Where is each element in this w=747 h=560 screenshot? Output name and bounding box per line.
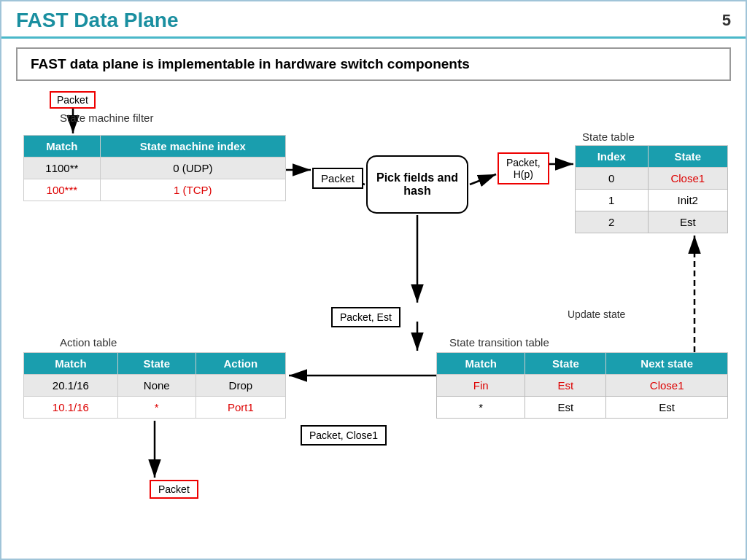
slide-number: 5 (722, 11, 731, 30)
table-row: 1100** 0 (UDP) (24, 158, 286, 179)
main-heading: FAST data plane is implementable in hard… (16, 47, 731, 81)
smf-match-1: 1100** (24, 158, 101, 179)
table-row: Fin Est Close1 (437, 375, 728, 397)
diagram: Packet State machine filter Match State … (16, 91, 734, 521)
smf-col-index: State machine index (100, 136, 285, 158)
smf-label: State machine filter (60, 112, 153, 124)
st-index-2: 2 (576, 211, 649, 233)
stt-col-state: State (525, 353, 606, 375)
stt-next-2: Est (606, 397, 728, 419)
packet-top-label: Packet (50, 91, 96, 109)
packet-close1-label: Packet, Close1 (301, 425, 387, 446)
action-table-label: Action table (60, 336, 117, 349)
stt-table: Match State Next state Fin Est Close1 * … (436, 352, 728, 419)
slide-title: FAST Data Plane (16, 9, 179, 32)
st-col-index: Index (576, 146, 649, 168)
st-state-2: Est (648, 211, 727, 233)
table-row: 20.1/16 None Drop (24, 375, 286, 397)
packet-est-label: Packet, Est (331, 307, 400, 327)
svg-line-6 (470, 174, 496, 184)
packet-hp-label: Packet,H(p) (498, 152, 549, 184)
st-index-0: 0 (576, 168, 649, 190)
st-index-1: 1 (576, 190, 649, 211)
table-row: 1 Init2 (576, 190, 728, 211)
table-row: * Est Est (437, 397, 728, 419)
at-state-1: None (117, 375, 196, 397)
stt-next-1: Close1 (606, 375, 728, 397)
st-state-1: Init2 (648, 190, 727, 211)
at-col-match: Match (24, 353, 118, 375)
state-table-label: State table (582, 131, 635, 143)
at-state-2: * (117, 397, 196, 419)
table-row: 100*** 1 (TCP) (24, 179, 286, 201)
table-row: 2 Est (576, 211, 728, 233)
at-action-2: Port1 (196, 397, 285, 419)
stt-state-1: Est (525, 375, 606, 397)
pick-fields-hash-box: Pick fields and hash (366, 155, 468, 214)
st-state-0: Close1 (648, 168, 727, 190)
table-row: 0 Close1 (576, 168, 728, 190)
smf-table: Match State machine index 1100** 0 (UDP)… (23, 135, 286, 201)
action-table: Match State Action 20.1/16 None Drop 10.… (23, 352, 286, 419)
st-col-state: State (648, 146, 727, 168)
update-state-label: Update state (568, 308, 625, 320)
stt-match-1: Fin (437, 375, 525, 397)
slide-content: FAST data plane is implementable in hard… (1, 39, 746, 521)
smf-index-2: 1 (TCP) (100, 179, 285, 201)
at-action-1: Drop (196, 375, 285, 397)
slide-header: FAST Data Plane 5 (1, 1, 746, 39)
stt-label: State transition table (449, 336, 549, 349)
at-col-state: State (117, 353, 196, 375)
packet-bottom-label: Packet (150, 480, 198, 499)
slide: FAST Data Plane 5 FAST data plane is imp… (0, 0, 747, 560)
smf-match-2: 100*** (24, 179, 101, 201)
table-row: 10.1/16 * Port1 (24, 397, 286, 419)
stt-match-2: * (437, 397, 525, 419)
at-col-action: Action (196, 353, 285, 375)
smf-index-1: 0 (UDP) (100, 158, 285, 179)
stt-col-match: Match (437, 353, 525, 375)
packet-mid-label: Packet (312, 168, 363, 189)
stt-col-next: Next state (606, 353, 728, 375)
stt-state-2: Est (525, 397, 606, 419)
at-match-1: 20.1/16 (24, 375, 118, 397)
state-table: Index State 0 Close1 1 Init2 2 E (575, 145, 728, 233)
smf-col-match: Match (24, 136, 101, 158)
at-match-2: 10.1/16 (24, 397, 118, 419)
